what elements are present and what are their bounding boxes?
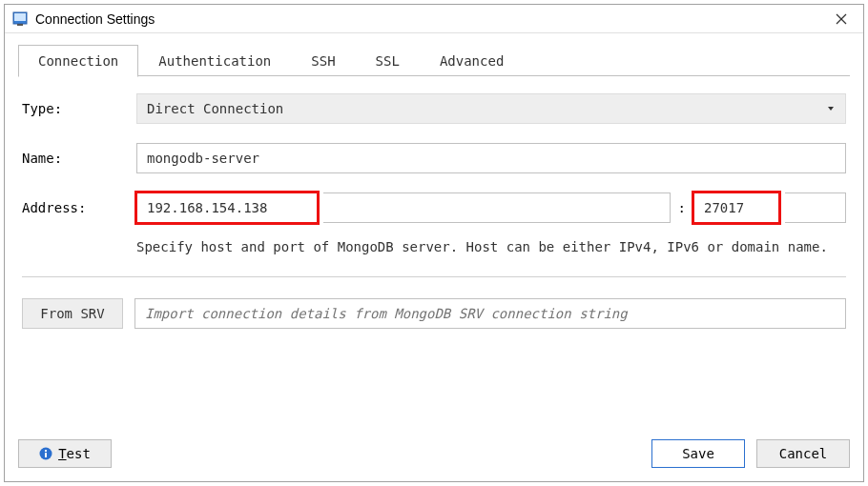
svg-rect-7 — [45, 453, 47, 457]
svg-rect-6 — [45, 450, 47, 452]
from-srv-button[interactable]: From SRV — [22, 298, 123, 329]
dialog-content: Connection Authentication SSH SSL Advanc… — [5, 33, 863, 430]
port-input[interactable] — [693, 192, 779, 223]
test-button-label: Test — [58, 446, 91, 461]
separator — [22, 276, 846, 277]
test-button[interactable]: Test — [18, 439, 112, 468]
connection-settings-dialog: Connection Settings Connection Authentic… — [4, 4, 864, 482]
row-name: Name: — [22, 143, 846, 173]
svg-rect-2 — [17, 24, 23, 26]
host-input-extra — [323, 192, 671, 223]
cancel-button[interactable]: Cancel — [756, 439, 850, 468]
srv-input[interactable] — [134, 298, 846, 329]
address-colon: : — [676, 200, 688, 215]
address-hint: Specify host and port of MongoDB server.… — [136, 236, 846, 257]
tab-authentication[interactable]: Authentication — [138, 45, 291, 76]
tab-advanced[interactable]: Advanced — [420, 45, 524, 76]
type-select-value: Direct Connection — [147, 101, 283, 116]
close-button[interactable] — [827, 6, 856, 32]
svg-rect-1 — [14, 13, 26, 21]
name-input[interactable] — [136, 143, 846, 173]
tab-body-connection: Type: Direct Connection Name: Address: — [18, 76, 850, 430]
tab-connection[interactable]: Connection — [18, 45, 138, 77]
save-button-label: Save — [682, 446, 714, 461]
tab-ssl[interactable]: SSL — [356, 45, 420, 76]
label-type: Type: — [22, 101, 136, 116]
label-address: Address: — [22, 200, 136, 215]
row-address: Address: : — [22, 192, 846, 223]
button-bar: Test Save Cancel — [5, 430, 863, 481]
port-input-extra — [785, 192, 846, 223]
type-select[interactable]: Direct Connection — [136, 93, 846, 124]
row-type: Type: Direct Connection — [22, 93, 846, 124]
save-button[interactable]: Save — [651, 439, 745, 468]
chevron-down-icon — [828, 107, 834, 111]
label-name: Name: — [22, 151, 136, 166]
tab-ssh[interactable]: SSH — [291, 45, 355, 76]
app-icon — [12, 11, 28, 27]
host-input[interactable] — [136, 192, 318, 223]
titlebar: Connection Settings — [5, 5, 863, 33]
tab-strip: Connection Authentication SSH SSL Advanc… — [18, 45, 850, 76]
cancel-button-label: Cancel — [779, 446, 828, 461]
row-srv: From SRV — [22, 298, 846, 329]
info-icon — [39, 447, 52, 460]
window-title: Connection Settings — [35, 11, 827, 27]
